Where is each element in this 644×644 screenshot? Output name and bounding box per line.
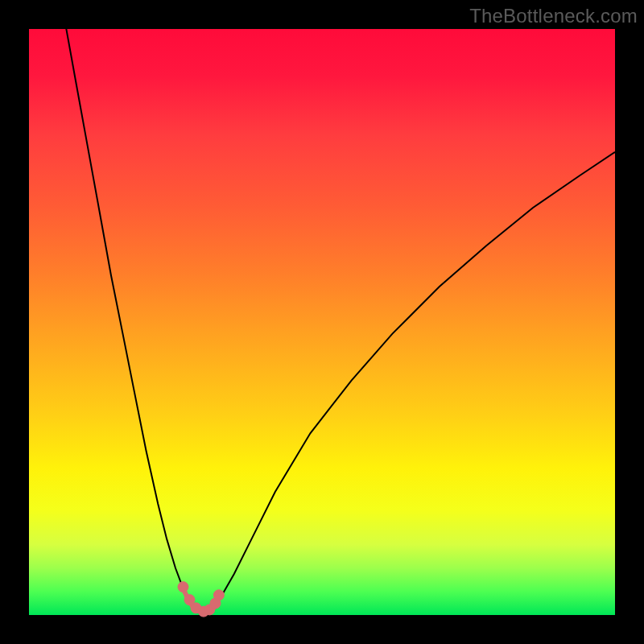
curve-left-branch (64, 17, 196, 609)
data-marker (213, 590, 224, 601)
plot-area (29, 29, 615, 615)
curve-right-branch (212, 152, 615, 610)
marker-group (178, 582, 224, 617)
chart-frame: TheBottleneck.com (0, 0, 644, 644)
data-marker (178, 582, 188, 592)
watermark-text: TheBottleneck.com (469, 5, 638, 27)
chart-svg (29, 29, 615, 615)
